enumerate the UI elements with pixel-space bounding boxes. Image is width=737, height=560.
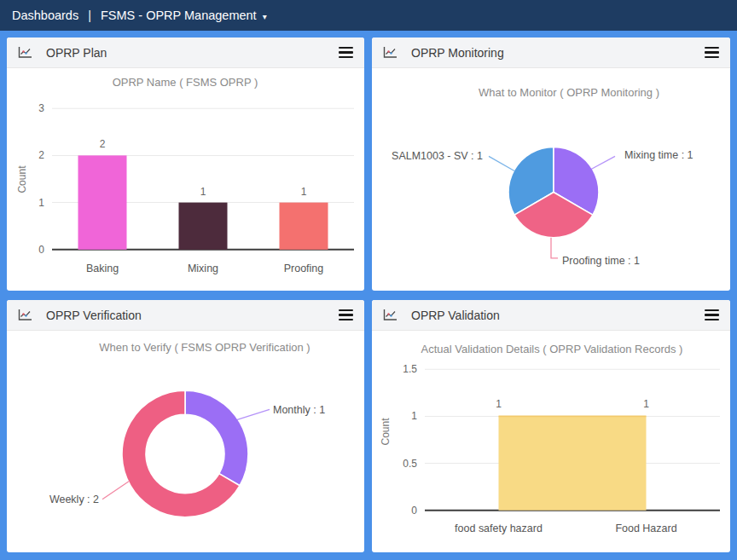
panel-oprp-verification-body: When to Verify ( FSMS OPRP Verification …: [7, 331, 364, 552]
svg-text:Proofing: Proofing: [284, 263, 324, 274]
nav-dashboard-selector[interactable]: FSMS - OPRP Management ▾: [101, 9, 267, 22]
panel-oprp-validation-header: OPRP Validation: [372, 300, 730, 331]
panel-oprp-plan: OPRP Plan OPRP Name ( FSMS OPRP )0123Cou…: [7, 38, 364, 291]
svg-text:2: 2: [100, 138, 106, 150]
svg-text:Mixing time : 1: Mixing time : 1: [624, 149, 693, 161]
svg-text:SALM1003 - SV : 1: SALM1003 - SV : 1: [392, 150, 483, 162]
line-chart-icon: [383, 46, 398, 59]
svg-text:Baking: Baking: [86, 263, 119, 274]
svg-text:Count: Count: [380, 418, 392, 446]
svg-text:Count: Count: [16, 165, 28, 193]
svg-text:When to Verify ( FSMS OPRP Ver: When to Verify ( FSMS OPRP Verification …: [99, 341, 310, 354]
panel-title: OPRP Verification: [46, 309, 339, 322]
panel-oprp-validation: OPRP Validation Actual Validation Detail…: [372, 300, 730, 552]
svg-text:1.5: 1.5: [403, 363, 417, 375]
bar-chart-oprp-plan[interactable]: OPRP Name ( FSMS OPRP )0123CountBakingMi…: [7, 68, 364, 291]
line-chart-icon: [18, 309, 32, 321]
svg-text:What to Monitor ( OPRP Monitor: What to Monitor ( OPRP Monitoring ): [479, 86, 659, 99]
line-chart-icon: [383, 309, 398, 321]
svg-text:3: 3: [38, 102, 44, 114]
line-chart-icon: [18, 46, 32, 59]
svg-text:Monthly : 1: Monthly : 1: [273, 404, 325, 416]
panel-oprp-monitoring-header: OPRP Monitoring: [372, 38, 730, 68]
svg-text:1: 1: [643, 398, 649, 410]
svg-text:1: 1: [411, 410, 417, 422]
svg-text:0.5: 0.5: [403, 458, 417, 470]
svg-text:1: 1: [38, 197, 44, 209]
area-chart-oprp-validation[interactable]: Actual Validation Details ( OPRP Validat…: [372, 331, 730, 552]
svg-text:1: 1: [496, 398, 502, 410]
panel-oprp-verification: OPRP Verification When to Verify ( FSMS …: [7, 300, 364, 552]
dashboard-grid: OPRP Plan OPRP Name ( FSMS OPRP )0123Cou…: [7, 38, 730, 552]
svg-text:Proofing time : 1: Proofing time : 1: [562, 255, 640, 267]
pie-chart-oprp-monitoring[interactable]: What to Monitor ( OPRP Monitoring )SALM1…: [372, 68, 730, 291]
nav-separator: |: [88, 9, 91, 22]
donut-chart-oprp-verification[interactable]: When to Verify ( FSMS OPRP Verification …: [7, 331, 364, 552]
nav-dashboards-link[interactable]: Dashboards: [12, 9, 78, 22]
hamburger-menu-icon[interactable]: [339, 45, 353, 60]
svg-text:0: 0: [411, 505, 417, 517]
panel-oprp-plan-body: OPRP Name ( FSMS OPRP )0123CountBakingMi…: [7, 68, 364, 291]
hamburger-menu-icon[interactable]: [705, 308, 719, 322]
panel-oprp-monitoring-body: What to Monitor ( OPRP Monitoring )SALM1…: [372, 68, 730, 291]
panel-title: OPRP Validation: [411, 309, 705, 322]
svg-text:1: 1: [301, 186, 307, 198]
hamburger-menu-icon[interactable]: [705, 45, 719, 60]
svg-text:Actual Validation Details ( OP: Actual Validation Details ( OPRP Validat…: [421, 343, 683, 355]
svg-text:0: 0: [38, 244, 44, 256]
hamburger-menu-icon[interactable]: [339, 308, 353, 322]
svg-text:2: 2: [38, 149, 44, 161]
svg-text:food safety hazard: food safety hazard: [455, 522, 543, 534]
nav-current-dashboard-label: FSMS - OPRP Management: [101, 9, 257, 22]
svg-text:OPRP Name ( FSMS OPRP ): OPRP Name ( FSMS OPRP ): [113, 76, 258, 89]
svg-text:1: 1: [200, 186, 206, 198]
svg-text:Weekly : 2: Weekly : 2: [49, 494, 99, 505]
panel-oprp-plan-header: OPRP Plan: [7, 38, 364, 68]
panel-oprp-monitoring: OPRP Monitoring What to Monitor ( OPRP M…: [372, 38, 730, 291]
top-navbar: Dashboards | FSMS - OPRP Management ▾: [0, 0, 737, 31]
caret-down-icon: ▾: [263, 12, 267, 21]
svg-text:Food Hazard: Food Hazard: [615, 522, 676, 534]
panel-oprp-validation-body: Actual Validation Details ( OPRP Validat…: [372, 331, 730, 552]
svg-text:Mixing: Mixing: [188, 263, 218, 274]
panel-title: OPRP Monitoring: [411, 46, 705, 60]
panel-oprp-verification-header: OPRP Verification: [7, 300, 364, 331]
panel-title: OPRP Plan: [46, 46, 339, 60]
